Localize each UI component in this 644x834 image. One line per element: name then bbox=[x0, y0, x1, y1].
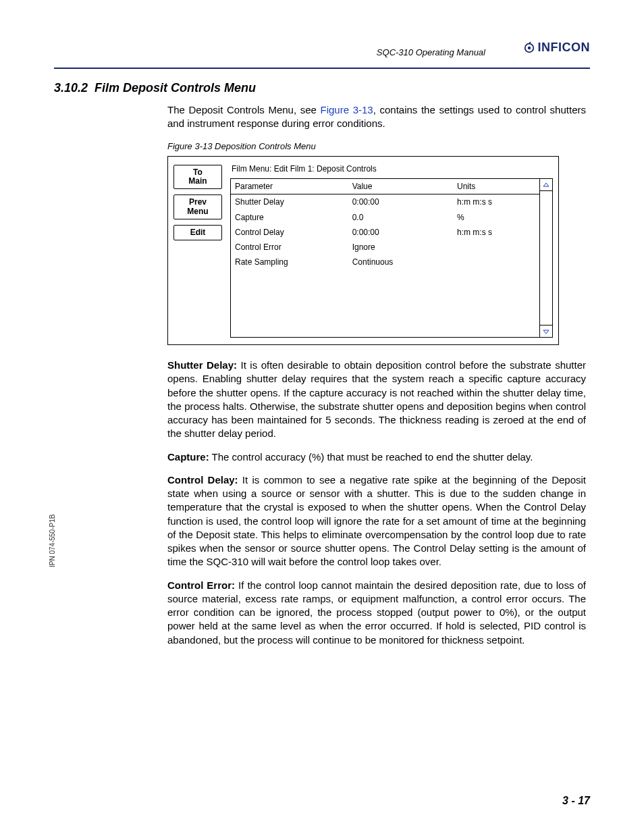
definition-paragraph: Capture: The control accuracy (%) that m… bbox=[167, 450, 586, 464]
brand-text: INFICON bbox=[538, 41, 591, 55]
col-parameter: Parameter bbox=[231, 179, 348, 194]
definition-paragraph: Control Error: If the control loop canno… bbox=[167, 579, 586, 647]
breadcrumb: Film Menu: Edit Film 1: Deposit Controls bbox=[230, 163, 553, 174]
cell-value: Ignore bbox=[348, 240, 453, 255]
definition-paragraph: Shutter Delay: It is often desirable to … bbox=[167, 359, 586, 441]
cell-units bbox=[453, 255, 539, 269]
col-units: Units bbox=[453, 179, 539, 194]
parameter-table: Parameter Value Units Shutter Delay0:00:… bbox=[230, 178, 540, 338]
side-label: IPN 074-550-P1B bbox=[49, 515, 56, 567]
cell-units bbox=[453, 240, 539, 255]
cell-units: h:m m:s s bbox=[453, 225, 539, 240]
doc-title: SQC-310 Operating Manual bbox=[377, 47, 485, 57]
header-rule bbox=[54, 68, 590, 69]
cell-units: h:m m:s s bbox=[453, 194, 539, 209]
section-heading: 3.10.2 Film Deposit Controls Menu bbox=[54, 81, 590, 95]
cell-param: Control Delay bbox=[231, 225, 348, 240]
edit-button[interactable]: Edit bbox=[173, 225, 222, 240]
definition-paragraph: Control Delay: It is common to see a neg… bbox=[167, 473, 586, 569]
cell-value: 0.0 bbox=[348, 210, 453, 225]
table-row[interactable]: Control ErrorIgnore bbox=[231, 240, 539, 255]
page-number: 3 - 17 bbox=[562, 795, 590, 807]
cell-param: Shutter Delay bbox=[231, 194, 348, 209]
col-value: Value bbox=[348, 179, 453, 194]
cell-param: Rate Sampling bbox=[231, 255, 348, 269]
scroll-down-icon[interactable] bbox=[540, 325, 552, 337]
cell-units: % bbox=[453, 210, 539, 225]
cell-param: Control Error bbox=[231, 240, 348, 255]
brand-icon bbox=[523, 42, 535, 54]
soft-button-column: ToMain PrevMenu Edit bbox=[168, 157, 227, 344]
cell-value: 0:00:00 bbox=[348, 225, 453, 240]
intro-paragraph: The Deposit Controls Menu, see Figure 3-… bbox=[167, 103, 586, 131]
prev-menu-button[interactable]: PrevMenu bbox=[173, 194, 222, 219]
figure-reference-link[interactable]: Figure 3-13 bbox=[321, 104, 373, 115]
figure-caption: Figure 3-13 Deposition Controls Menu bbox=[167, 140, 586, 153]
scrollbar[interactable] bbox=[540, 178, 553, 338]
to-main-button[interactable]: ToMain bbox=[173, 165, 222, 189]
cell-param: Capture bbox=[231, 210, 348, 225]
brand-logo: INFICON bbox=[523, 41, 591, 55]
table-row[interactable]: Control Delay0:00:00h:m m:s s bbox=[231, 225, 539, 240]
figure-screenshot: ToMain PrevMenu Edit Film Menu: Edit Fil… bbox=[167, 156, 559, 345]
cell-value: Continuous bbox=[348, 255, 453, 269]
cell-value: 0:00:00 bbox=[348, 194, 453, 209]
scroll-up-icon[interactable] bbox=[540, 179, 552, 191]
table-row[interactable]: Rate SamplingContinuous bbox=[231, 255, 539, 269]
table-row[interactable]: Shutter Delay0:00:00h:m m:s s bbox=[231, 194, 539, 209]
table-row[interactable]: Capture0.0% bbox=[231, 210, 539, 225]
svg-point-1 bbox=[527, 46, 531, 49]
